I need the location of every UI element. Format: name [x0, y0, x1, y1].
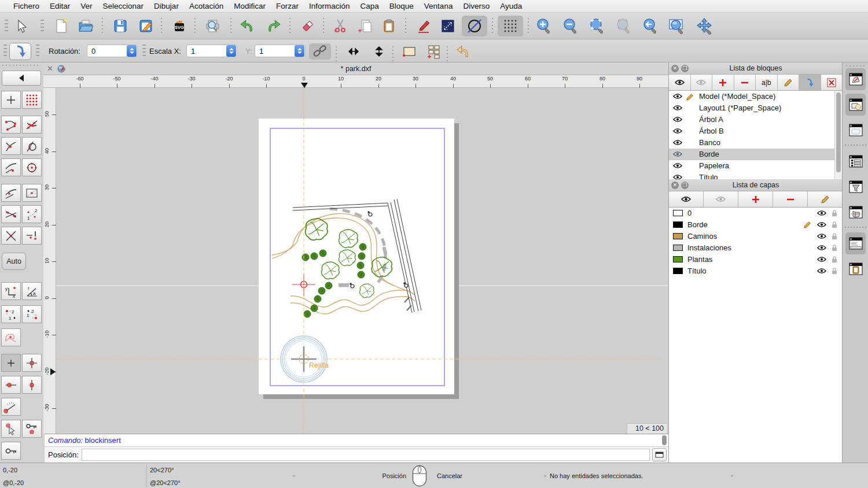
snap-intersection-manual12-button[interactable]: 12 — [22, 205, 42, 223]
lock-icon[interactable] — [831, 221, 838, 228]
undo-button[interactable] — [236, 16, 259, 36]
eye-icon[interactable] — [673, 105, 682, 111]
keep-proportions-button[interactable] — [309, 43, 331, 60]
menu-capa[interactable]: Capa — [355, 2, 384, 10]
toolbar-handle[interactable] — [142, 45, 146, 57]
restrict-nothing-button[interactable] — [1, 354, 21, 372]
svg-export-button[interactable]: SVG — [168, 16, 191, 36]
zoom-selection-button[interactable] — [612, 16, 635, 36]
menu-modificar[interactable]: Modificar — [229, 2, 271, 10]
menu-dibujar[interactable]: Dibujar — [149, 2, 184, 10]
snap-tangent-button[interactable] — [22, 137, 42, 155]
zoom-window-button[interactable] — [665, 16, 689, 36]
property-editor-dock-button[interactable] — [845, 68, 866, 90]
menu-ver[interactable]: Ver — [75, 2, 97, 10]
print-preview-button[interactable] — [201, 16, 225, 36]
draft-mode-button[interactable] — [462, 16, 487, 36]
eye-icon[interactable] — [673, 128, 682, 134]
snap-nearest-button[interactable] — [1, 158, 21, 176]
back-button[interactable] — [2, 71, 41, 86]
toolbar-handle[interactable] — [36, 45, 39, 57]
edit-layer-button[interactable] — [808, 191, 843, 208]
eye-icon[interactable] — [817, 233, 826, 239]
delete-block-contents-button[interactable] — [821, 75, 843, 91]
snap-center-button[interactable] — [22, 158, 42, 176]
new-file-button[interactable] — [50, 16, 73, 36]
eye-icon[interactable] — [817, 256, 826, 263]
eye-icon[interactable] — [673, 162, 682, 169]
block-row-selected[interactable]: Borde — [669, 149, 843, 160]
layer-row[interactable]: Título — [669, 265, 843, 277]
save-button[interactable] — [109, 16, 132, 36]
snap-tangent2-button[interactable] — [1, 184, 21, 202]
snap-on-entity-button[interactable] — [22, 116, 42, 134]
restrict-orthogonal-button[interactable] — [22, 354, 42, 372]
add-layer-button[interactable] — [738, 191, 773, 208]
add-block-button[interactable] — [712, 75, 734, 91]
block-row[interactable]: Layout1 (*Paper_Space) — [669, 102, 843, 114]
lock-icon[interactable] — [831, 256, 838, 263]
menu-ayuda[interactable]: Ayuda — [495, 2, 527, 10]
menu-informacion[interactable]: Información — [304, 2, 355, 10]
open-file-button[interactable] — [74, 16, 97, 36]
grid-toggle-button[interactable] — [498, 16, 523, 36]
eye-icon[interactable] — [673, 116, 682, 123]
snap-intersection-button[interactable] — [1, 227, 21, 245]
snap-grid-button[interactable] — [22, 91, 42, 109]
hide-all-blocks-button[interactable] — [691, 75, 713, 91]
command-window-button[interactable] — [652, 448, 667, 461]
angle-meter-button[interactable] — [1, 398, 21, 416]
layer-row[interactable]: Borde — [669, 219, 843, 231]
save-as-button[interactable] — [134, 16, 157, 36]
menu-forzar[interactable]: Forzar — [271, 2, 304, 10]
rotation-combo[interactable]: 0 — [87, 45, 138, 57]
toolbar-handle[interactable] — [41, 20, 44, 32]
zoom-out-button[interactable] — [559, 16, 582, 36]
layer-row[interactable]: Caminos — [669, 231, 843, 242]
menu-bloque[interactable]: Bloque — [384, 2, 419, 10]
layer-row[interactable]: Plantas — [669, 254, 843, 265]
block-list-dock-button[interactable] — [845, 94, 866, 116]
menu-fichero[interactable]: Fichero — [8, 2, 45, 10]
redo-button[interactable] — [262, 16, 285, 36]
toolbar-handle[interactable] — [3, 45, 7, 57]
toolbar-handle[interactable] — [2, 65, 41, 66]
lock-icon[interactable] — [831, 244, 838, 252]
toolbar-handle[interactable] — [5, 20, 8, 32]
eye-icon[interactable] — [673, 93, 682, 99]
menu-diverso[interactable]: Diverso — [458, 2, 495, 10]
scale-x-combo[interactable]: 1 — [186, 45, 237, 57]
coordinate-polar-button[interactable]: ra — [22, 282, 42, 300]
command-line-dock-button[interactable] — [845, 232, 866, 254]
snap-reference-button[interactable] — [22, 184, 42, 202]
flip-horizontal-button[interactable] — [343, 43, 365, 60]
block-row[interactable]: Model (*Model_Space) — [669, 91, 843, 102]
block-row[interactable]: Papelera — [669, 160, 843, 172]
cut-button[interactable] — [329, 16, 352, 36]
coordinate-cartesian-button[interactable]: yx — [1, 282, 21, 300]
blocks-scrollbar[interactable] — [834, 91, 842, 179]
stepper-icon[interactable] — [226, 45, 236, 57]
block-row[interactable]: Árbol A — [669, 114, 843, 125]
show-all-layers-button[interactable] — [669, 191, 704, 208]
delete-button[interactable] — [296, 16, 319, 36]
show-all-blocks-button[interactable] — [669, 75, 691, 91]
menu-editar[interactable]: Editar — [45, 2, 75, 10]
remove-layer-button[interactable] — [773, 191, 808, 208]
paste-button[interactable] — [377, 16, 400, 36]
snap-perpendicular-button[interactable] — [1, 137, 21, 155]
lock-icon[interactable] — [831, 209, 838, 217]
snap-endpoints-button[interactable] — [1, 116, 21, 134]
select-tool-button[interactable] — [9, 16, 32, 36]
copy-button[interactable] — [353, 16, 376, 36]
eye-icon[interactable] — [817, 268, 826, 274]
hide-all-layers-button[interactable] — [704, 191, 738, 208]
restrict-logo-button[interactable] — [1, 328, 21, 346]
block-row[interactable]: Árbol B — [669, 125, 843, 137]
snap-distance-button[interactable] — [22, 227, 42, 245]
block-row[interactable]: Banco — [669, 137, 843, 149]
edit-attributes-button[interactable] — [412, 16, 435, 36]
lock-icon[interactable] — [831, 267, 838, 275]
snap-free-button[interactable] — [1, 91, 21, 109]
eye-icon[interactable] — [817, 245, 826, 251]
